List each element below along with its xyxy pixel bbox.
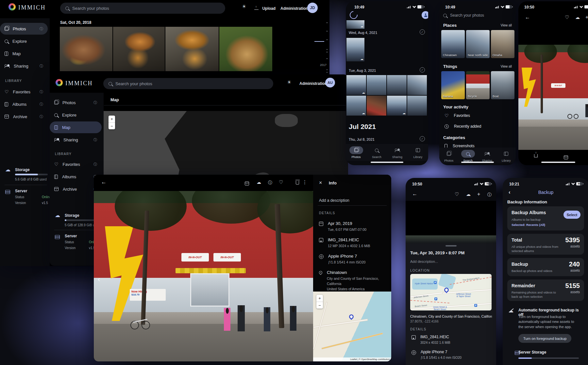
close-icon[interactable]: × [319, 180, 322, 186]
photo-thumbnail[interactable] [407, 96, 427, 116]
zoom-out-button[interactable]: − [316, 302, 323, 309]
user-avatar[interactable]: JD [307, 3, 318, 13]
photo-thumbnail[interactable] [387, 75, 407, 95]
photo-thumbnail[interactable]: ☁ [346, 20, 364, 29]
back-icon[interactable]: ← [525, 14, 530, 20]
sidebar-item-favorites[interactable]: ♡ Favorites ⓘ [0, 86, 48, 98]
map-zoom-control[interactable]: + − [109, 116, 115, 129]
map-zoom-control[interactable]: + − [316, 295, 323, 309]
theme-toggle-sun-icon[interactable]: ☀ [242, 4, 246, 9]
place-card-chinatown[interactable]: Chinatown [441, 30, 465, 58]
sidebar-item-map[interactable]: Map [50, 121, 102, 133]
share-icon[interactable] [534, 154, 538, 157]
nav-sharing[interactable]: Sharing [479, 150, 496, 162]
photo-thumbnail[interactable]: ☁ [346, 75, 366, 95]
sheet-drag-handle[interactable] [445, 245, 457, 246]
search-input[interactable]: Search your photos [103, 78, 273, 89]
photo-thumbnail[interactable]: ☁ [387, 96, 407, 116]
nav-photos[interactable]: Photos [348, 146, 365, 159]
archive-icon[interactable] [245, 182, 249, 185]
select-button[interactable]: Select [563, 211, 580, 219]
sidebar-item-sharing[interactable]: Sharing ⓘ [50, 134, 102, 146]
photo-thumbnail[interactable] [219, 27, 272, 71]
select-day-icon[interactable]: ✓ [420, 67, 425, 72]
thing-card-banana[interactable]: Banana [441, 71, 465, 99]
administration-link[interactable]: Administration [280, 6, 308, 11]
upload-button[interactable]: Upload [254, 5, 276, 11]
nav-library[interactable]: Library [498, 150, 515, 162]
location-map[interactable]: Hyde Street Harbor The Embarcadero Jeffe… [410, 274, 492, 310]
photo-thumbnail[interactable] [367, 96, 386, 116]
immich-logo-icon[interactable] [56, 79, 63, 86]
photo-thumbnail[interactable]: ☁ [346, 96, 366, 116]
add-icon[interactable]: + [477, 191, 480, 197]
info-icon[interactable]: ⓘ [487, 192, 492, 198]
cloud-upload-icon[interactable]: ☁ [466, 192, 471, 197]
things-view-all[interactable]: View all [501, 65, 512, 68]
trash-icon[interactable] [296, 181, 299, 184]
sidebar-item-favorites[interactable]: ♡ Favorites ⓘ [50, 158, 102, 170]
select-day-icon[interactable]: ✓ [420, 136, 425, 141]
photo-thumbnail[interactable] [113, 27, 165, 71]
theme-toggle-sun-icon[interactable]: ☀ [287, 79, 291, 85]
zoom-in-button[interactable]: + [109, 116, 115, 122]
places-view-all[interactable]: View all [501, 24, 512, 27]
favorite-heart-icon[interactable]: ♡ [565, 14, 569, 20]
description-field[interactable]: Add description... [410, 260, 438, 263]
info-icon[interactable]: ⓘ [268, 180, 272, 186]
immich-logo-icon[interactable] [8, 3, 16, 10]
nav-search[interactable]: Search [368, 146, 385, 159]
nav-library[interactable]: Library [410, 146, 427, 159]
activity-recently-added[interactable]: Recently added [445, 124, 481, 129]
nav-sharing[interactable]: Sharing [389, 146, 406, 159]
sidebar-item-map[interactable]: Map [0, 48, 48, 59]
photo-thumbnail[interactable] [367, 75, 386, 95]
detail-title[interactable]: Chinatown [327, 270, 379, 275]
sidebar-item-photos[interactable]: Photos ⓘ [50, 97, 102, 108]
place-card-omaha[interactable]: Omaha [491, 30, 514, 58]
photo-thumbnail[interactable]: ☁ [346, 38, 364, 61]
cloud-upload-icon[interactable]: ☁ [575, 15, 580, 20]
description-field[interactable]: Add a description [319, 198, 349, 203]
activity-favorites[interactable]: ♡ Favorites [445, 113, 470, 118]
photo-thumbnail[interactable] [165, 27, 219, 71]
search-input[interactable]: Search your photos [60, 3, 225, 14]
favorite-heart-icon[interactable]: ♡ [279, 179, 283, 185]
back-icon[interactable]: ← [412, 191, 417, 197]
thing-card-bicycle[interactable]: Bicycle [466, 71, 490, 99]
select-day-icon[interactable]: ✓ [420, 29, 425, 35]
photo-area[interactable] [406, 201, 496, 243]
location-minimap[interactable]: + − Leaflet | © OpenStreetMap contributo… [313, 292, 391, 361]
search-input[interactable]: Search your photos [443, 13, 484, 18]
sidebar-item-explore[interactable]: Explore [0, 35, 48, 47]
timeline-scrubber[interactable]: 2017 [312, 20, 328, 75]
administration-link[interactable]: Administration [299, 81, 327, 86]
kebab-menu-icon[interactable]: ⋮ [302, 179, 307, 185]
photo-thumbnail[interactable] [407, 75, 427, 95]
nav-photos[interactable]: Photos [440, 150, 457, 162]
cloud-icon[interactable]: ☁ [257, 180, 261, 185]
sidebar-item-explore[interactable]: Explore [50, 109, 102, 121]
home-indicator[interactable] [371, 162, 403, 163]
home-indicator[interactable] [541, 162, 575, 163]
photo-in-n-out[interactable]: IN-N-OUT [518, 45, 588, 150]
back-icon[interactable]: ← [101, 179, 107, 185]
zoom-in-button[interactable]: + [316, 295, 323, 302]
sidebar-item-albums[interactable]: Albums ⓘ [0, 98, 48, 110]
photo-thumbnail[interactable] [60, 27, 112, 71]
sidebar-item-sharing[interactable]: Sharing ⓘ [0, 60, 48, 72]
user-avatar[interactable]: AU [325, 78, 335, 87]
turn-on-backup-button[interactable]: Turn on foreground backup [518, 334, 571, 343]
zoom-out-button[interactable]: − [109, 122, 115, 129]
photo-in-n-out[interactable]: IN-N-OUT IN-N-OUT Now Hiring $18.75 ‹ [94, 191, 313, 361]
thing-card-boat[interactable]: Boat [491, 71, 514, 99]
home-indicator[interactable] [461, 162, 494, 163]
place-card-near-north-side[interactable]: Near north side [466, 30, 490, 58]
nav-search[interactable]: Search [460, 150, 477, 162]
sidebar-item-archive[interactable]: Archive ⓘ [0, 111, 48, 122]
profile-avatar[interactable] [422, 11, 428, 19]
favorite-heart-icon[interactable]: ♡ [455, 191, 459, 197]
prev-photo-chevron[interactable]: ‹ [98, 275, 100, 284]
add-icon[interactable]: + [585, 14, 588, 20]
archive-icon[interactable] [564, 155, 568, 159]
